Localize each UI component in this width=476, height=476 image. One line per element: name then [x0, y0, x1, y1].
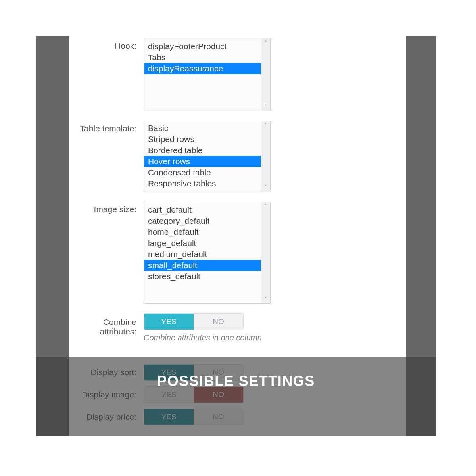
- template-option[interactable]: Basic: [144, 123, 261, 134]
- row-table-template: Table template: Basic Striped rows Borde…: [69, 121, 406, 192]
- hook-option-selected[interactable]: displayReassurance: [144, 63, 261, 74]
- combine-attributes-toggle[interactable]: YES NO: [144, 313, 244, 330]
- hook-listbox[interactable]: displayFooterProduct Tabs displayReassur…: [144, 38, 271, 111]
- scrollbar[interactable]: ˄ ˅: [261, 202, 270, 303]
- imagesize-option[interactable]: category_default: [144, 215, 261, 226]
- table-template-listbox[interactable]: Basic Striped rows Bordered table Hover …: [144, 121, 271, 192]
- label-table-template: Table template:: [69, 121, 136, 133]
- imagesize-option[interactable]: cart_default: [144, 204, 261, 215]
- chevron-down-icon[interactable]: ˅: [264, 104, 267, 109]
- toggle-yes[interactable]: YES: [144, 409, 194, 425]
- display-price-toggle[interactable]: YES NO: [144, 409, 244, 425]
- chevron-up-icon[interactable]: ˄: [264, 203, 267, 209]
- lower-settings: Display sort: YES NO Display image: YES …: [69, 357, 406, 436]
- toggle-no[interactable]: NO: [194, 409, 243, 425]
- label-hook: Hook:: [69, 38, 136, 51]
- label-display-price: Display price:: [69, 412, 136, 422]
- template-option[interactable]: Condensed table: [144, 167, 261, 178]
- row-hook: Hook: displayFooterProduct Tabs displayR…: [69, 36, 406, 111]
- screenshot-frame: Hook: displayFooterProduct Tabs displayR…: [36, 36, 436, 436]
- template-option-selected[interactable]: Hover rows: [144, 156, 261, 167]
- settings-panel: Hook: displayFooterProduct Tabs displayR…: [69, 36, 406, 357]
- row-display-price: Display price: YES NO: [69, 409, 406, 425]
- image-size-listbox[interactable]: cart_default category_default home_defau…: [144, 202, 271, 304]
- template-option[interactable]: Responsive tables: [144, 178, 261, 189]
- chevron-down-icon[interactable]: ˅: [264, 296, 267, 302]
- chevron-up-icon[interactable]: ˄: [264, 123, 267, 128]
- template-option[interactable]: Bordered table: [144, 145, 261, 156]
- template-option[interactable]: Striped rows: [144, 134, 261, 145]
- row-image-size: Image size: cart_default category_defaul…: [69, 202, 406, 304]
- toggle-yes[interactable]: YES: [144, 314, 194, 330]
- hook-option[interactable]: displayFooterProduct: [144, 41, 261, 52]
- imagesize-option[interactable]: medium_default: [144, 249, 261, 260]
- label-display-image: Display image:: [69, 390, 136, 399]
- scrollbar[interactable]: ˄ ˅: [261, 121, 270, 192]
- toggle-no[interactable]: NO: [194, 314, 243, 330]
- imagesize-option[interactable]: stores_default: [144, 271, 261, 282]
- label-combine-attributes: Combine attributes:: [69, 313, 136, 336]
- label-image-size: Image size:: [69, 202, 136, 214]
- imagesize-option[interactable]: home_default: [144, 226, 261, 238]
- chevron-down-icon[interactable]: ˅: [264, 184, 267, 190]
- imagesize-option[interactable]: large_default: [144, 238, 261, 249]
- chevron-up-icon[interactable]: ˄: [264, 40, 267, 46]
- row-combine-attributes: Combine attributes: YES NO Combine attri…: [69, 313, 406, 342]
- scrollbar[interactable]: ˄ ˅: [261, 38, 270, 111]
- hook-option[interactable]: Tabs: [144, 52, 261, 63]
- imagesize-option-selected[interactable]: small_default: [144, 260, 261, 271]
- combine-attributes-help: Combine attributes in one column: [144, 333, 271, 342]
- caption-text: POSSIBLE SETTINGS: [36, 373, 436, 390]
